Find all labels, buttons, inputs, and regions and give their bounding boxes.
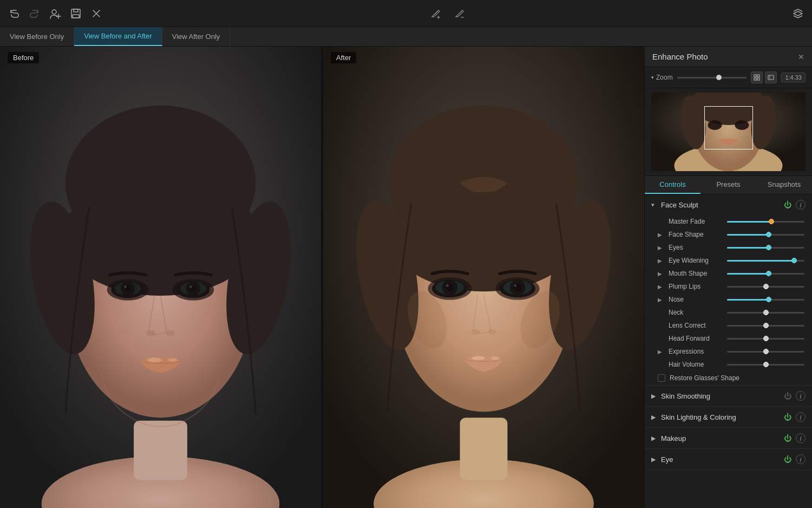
face-sculpt-section: ▾ Face Sculpt ⏻ i Master Fade ▶	[645, 194, 812, 386]
tab-view-after-only[interactable]: View After Only	[162, 27, 231, 46]
skin-lighting-help[interactable]: i	[796, 412, 806, 422]
control-row-master-fade: Master Fade	[645, 215, 812, 228]
tab-presets[interactable]: Presets	[700, 176, 756, 194]
skin-lighting-power[interactable]: ⏻	[783, 412, 793, 422]
pen-add-button[interactable]	[428, 6, 443, 21]
lens-correct-label: Lens Correct	[669, 322, 723, 329]
svg-rect-70	[768, 75, 774, 80]
view-tabs: View Before Only View Before and After V…	[0, 27, 812, 47]
mouth-shape-expand[interactable]: ▶	[658, 271, 664, 277]
svg-point-33	[172, 279, 214, 301]
eye-widening-expand[interactable]: ▶	[658, 258, 664, 264]
svg-point-53	[428, 277, 472, 300]
svg-rect-68	[754, 78, 756, 80]
mouth-shape-slider[interactable]	[727, 273, 804, 275]
thumbnail-box	[651, 93, 806, 171]
zoom-label: ▾ Zoom	[651, 74, 673, 81]
control-row-neck: Neck	[645, 306, 812, 319]
save-button[interactable]	[68, 6, 83, 21]
zoom-slider[interactable]	[677, 77, 747, 79]
neck-label: Neck	[669, 309, 723, 316]
after-label: After	[331, 52, 356, 63]
svg-rect-5	[73, 15, 79, 18]
eye-widening-label: Eye Widening	[669, 257, 723, 264]
zoom-icons	[751, 71, 777, 83]
thumbnail-viewport	[704, 106, 753, 149]
neck-slider[interactable]	[727, 312, 804, 314]
restore-glasses-checkbox[interactable]	[658, 374, 665, 382]
eye-help[interactable]: i	[796, 454, 806, 464]
main-area: Before	[0, 47, 812, 508]
makeup-section[interactable]: ▶ Makeup ⏻ i	[645, 428, 812, 449]
control-row-plump-lips: ▶ Plump Lips	[645, 280, 812, 293]
restore-glasses-label: Restore Glasses' Shape	[670, 374, 739, 382]
thumbnail-area	[645, 88, 812, 176]
image-panel: Before	[0, 47, 644, 508]
expressions-slider[interactable]	[727, 351, 804, 353]
add-person-button[interactable]	[48, 6, 63, 21]
tab-snapshots[interactable]: Snapshots	[756, 176, 812, 194]
eye-title: Eye	[661, 455, 780, 464]
lens-correct-slider[interactable]	[727, 325, 804, 327]
svg-rect-4	[74, 9, 78, 12]
face-sculpt-power[interactable]: ⏻	[783, 200, 793, 210]
svg-point-0	[52, 10, 56, 14]
cancel-button[interactable]	[89, 6, 104, 21]
face-sculpt-header[interactable]: ▾ Face Sculpt ⏻ i	[645, 194, 812, 215]
tab-view-before-only[interactable]: View Before Only	[0, 27, 74, 46]
eyes-expand[interactable]: ▶	[658, 245, 664, 251]
skin-lighting-section[interactable]: ▶ Skin Lighting & Coloring ⏻ i	[645, 407, 812, 428]
layers-button[interactable]	[790, 6, 806, 21]
svg-point-61	[488, 329, 496, 335]
control-row-nose: ▶ Nose	[645, 293, 812, 306]
makeup-help[interactable]: i	[796, 433, 806, 443]
svg-rect-67	[757, 75, 759, 77]
face-sculpt-title: Face Sculpt	[661, 201, 780, 209]
eye-section[interactable]: ▶ Eye ⏻ i	[645, 449, 812, 470]
undo-button[interactable]	[6, 6, 22, 21]
makeup-chevron: ▶	[651, 435, 658, 442]
skin-smoothing-power[interactable]: ⏻	[783, 391, 793, 401]
face-sculpt-help[interactable]: i	[796, 200, 806, 210]
pen-remove-button[interactable]	[451, 6, 467, 21]
svg-rect-16	[134, 421, 187, 480]
expressions-expand[interactable]: ▶	[658, 349, 664, 355]
svg-point-59	[495, 277, 539, 300]
control-row-lens-correct: Lens Correct	[645, 319, 812, 332]
zoom-fit-button[interactable]	[751, 71, 763, 83]
eyes-label: Eyes	[669, 244, 723, 251]
plump-lips-slider[interactable]	[727, 286, 804, 288]
zoom-actual-button[interactable]	[765, 71, 777, 83]
skin-lighting-chevron: ▶	[651, 414, 658, 421]
hair-volume-slider[interactable]	[727, 364, 804, 366]
eye-widening-slider[interactable]	[727, 260, 804, 262]
tab-view-before-after[interactable]: View Before and After	[74, 27, 162, 46]
zoom-bar: ▾ Zoom	[645, 67, 812, 88]
controls-tabs: Controls Presets Snapshots	[645, 176, 812, 194]
svg-point-36	[147, 357, 161, 362]
skin-lighting-title: Skin Lighting & Coloring	[661, 413, 780, 421]
tab-controls[interactable]: Controls	[645, 176, 700, 194]
eyes-slider[interactable]	[727, 247, 804, 249]
master-fade-slider[interactable]	[727, 221, 804, 223]
panel-close-icon[interactable]: ✕	[798, 53, 804, 61]
svg-point-35	[165, 330, 175, 336]
nose-expand[interactable]: ▶	[658, 297, 664, 303]
face-shape-expand[interactable]: ▶	[658, 232, 664, 238]
redo-button[interactable]	[27, 6, 42, 21]
control-row-hair-volume: Hair Volume	[645, 358, 812, 371]
nose-slider[interactable]	[727, 299, 804, 301]
head-forward-slider[interactable]	[727, 338, 804, 340]
svg-rect-66	[754, 75, 756, 77]
plump-lips-expand[interactable]: ▶	[658, 284, 664, 290]
skin-smoothing-help[interactable]: i	[796, 391, 806, 401]
svg-point-45	[388, 175, 580, 291]
hair-volume-label: Hair Volume	[669, 361, 723, 368]
face-shape-slider[interactable]	[727, 234, 804, 236]
face-shape-label: Face Shape	[669, 231, 723, 238]
skin-smoothing-section[interactable]: ▶ Skin Smoothing ⏻ i	[645, 386, 812, 407]
eye-power[interactable]: ⏻	[783, 454, 793, 464]
controls-scroll[interactable]: ▾ Face Sculpt ⏻ i Master Fade ▶	[645, 194, 812, 508]
expressions-label: Expressions	[669, 348, 723, 355]
makeup-power[interactable]: ⏻	[783, 433, 793, 443]
